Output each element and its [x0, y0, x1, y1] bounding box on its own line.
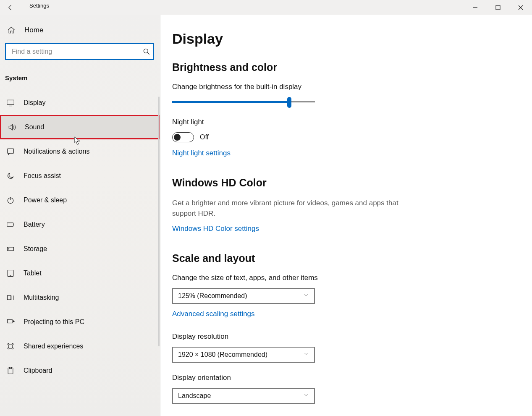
back-button[interactable]	[3, 2, 18, 13]
sidebar-item-focus-assist[interactable]: Focus assist	[0, 164, 160, 188]
close-button[interactable]	[509, 0, 532, 15]
sidebar-home[interactable]: Home	[0, 15, 160, 43]
sidebar-item-battery[interactable]: Battery	[0, 212, 160, 237]
page-title: Display	[172, 31, 532, 47]
notification-icon	[6, 147, 15, 156]
sidebar-item-projecting[interactable]: Projecting to this PC	[0, 310, 160, 334]
battery-icon	[6, 220, 15, 229]
hdcolor-desc: Get a brighter and more vibrant picture …	[172, 198, 407, 219]
night-light-state: Off	[200, 133, 209, 141]
svg-point-7	[8, 249, 9, 249]
brightness-slider-label: Change brightness for the built-in displ…	[172, 83, 532, 91]
sidebar-category: System	[0, 68, 160, 91]
slider-fill	[172, 101, 289, 103]
tablet-icon	[6, 269, 15, 278]
svg-point-12	[12, 343, 13, 345]
toggle-knob	[174, 134, 181, 141]
svg-rect-5	[7, 223, 13, 226]
sidebar-item-shared-experiences[interactable]: Shared experiences	[0, 334, 160, 358]
orientation-value: Landscape	[178, 392, 211, 400]
moon-icon	[6, 171, 15, 181]
sidebar-item-label: Clipboard	[24, 367, 52, 374]
sidebar-item-tablet[interactable]: Tablet	[0, 261, 160, 285]
night-light-toggle[interactable]	[172, 132, 194, 142]
brightness-slider[interactable]	[172, 97, 315, 106]
sidebar-item-label: Power & sleep	[24, 196, 67, 204]
sidebar-item-storage[interactable]: Storage	[0, 237, 160, 261]
section-brightness-heading: Brightness and color	[172, 61, 532, 73]
sidebar-item-power-sleep[interactable]: Power & sleep	[0, 188, 160, 212]
search-icon	[140, 47, 153, 56]
chevron-down-icon	[303, 292, 309, 300]
resolution-dropdown[interactable]: 1920 × 1080 (Recommended)	[172, 347, 315, 363]
resolution-label: Display resolution	[172, 332, 532, 341]
section-scale-heading: Scale and layout	[172, 252, 532, 264]
text-size-value: 125% (Recommended)	[178, 292, 247, 300]
clipboard-icon	[6, 366, 15, 375]
maximize-button[interactable]	[487, 0, 509, 15]
svg-point-11	[8, 343, 9, 345]
svg-rect-3	[8, 149, 14, 153]
sidebar-item-label: Sound	[25, 123, 44, 131]
orientation-dropdown[interactable]: Landscape	[172, 388, 315, 404]
sidebar-scrollbar[interactable]	[158, 97, 160, 346]
svg-point-13	[8, 348, 9, 349]
window-title: Settings	[29, 3, 49, 9]
section-hdcolor-heading: Windows HD Color	[172, 177, 532, 189]
sidebar-item-label: Battery	[24, 221, 45, 228]
main-pane: Display Brightness and color Change brig…	[160, 15, 532, 416]
sidebar-item-display[interactable]: Display	[0, 91, 160, 115]
sidebar-item-label: Projecting to this PC	[24, 318, 84, 326]
svg-point-14	[12, 348, 13, 349]
orientation-label: Display orientation	[172, 374, 532, 382]
sound-icon	[7, 123, 16, 132]
search-input[interactable]	[6, 48, 140, 55]
sidebar-item-notifications[interactable]: Notifications & actions	[0, 139, 160, 164]
night-light-settings-link[interactable]: Night light settings	[172, 149, 231, 157]
sidebar-item-sound[interactable]: Sound	[0, 115, 160, 139]
power-icon	[6, 196, 15, 205]
chevron-down-icon	[303, 392, 309, 400]
sidebar-item-label: Shared experiences	[24, 343, 83, 350]
slider-thumb[interactable]	[287, 97, 291, 108]
search-input-wrap[interactable]	[5, 43, 154, 60]
sidebar-home-label: Home	[24, 26, 43, 34]
sidebar-item-label: Display	[24, 99, 45, 107]
hdcolor-settings-link[interactable]: Windows HD Color settings	[172, 225, 259, 233]
advanced-scaling-link[interactable]: Advanced scaling settings	[172, 310, 255, 318]
sidebar-item-clipboard[interactable]: Clipboard	[0, 358, 160, 383]
svg-rect-9	[8, 296, 11, 300]
svg-rect-0	[496, 5, 500, 10]
shared-icon	[6, 342, 15, 351]
text-size-dropdown[interactable]: 125% (Recommended)	[172, 288, 315, 304]
display-icon	[6, 98, 15, 107]
svg-rect-10	[8, 319, 13, 323]
sidebar-item-multitasking[interactable]: Multitasking	[0, 285, 160, 310]
sidebar-item-label: Storage	[24, 245, 47, 253]
titlebar: Settings	[0, 0, 532, 15]
multitasking-icon	[6, 293, 15, 302]
svg-point-1	[144, 49, 148, 53]
minimize-button[interactable]	[464, 0, 487, 15]
projecting-icon	[6, 317, 15, 327]
sidebar-item-label: Multitasking	[24, 294, 59, 301]
home-icon	[7, 26, 16, 35]
sidebar-item-label: Focus assist	[24, 172, 61, 180]
chevron-down-icon	[303, 351, 309, 358]
night-light-label: Night light	[172, 118, 532, 126]
resolution-value: 1920 × 1080 (Recommended)	[178, 351, 267, 358]
sidebar-item-label: Tablet	[24, 269, 42, 277]
text-size-label: Change the size of text, apps, and other…	[172, 274, 532, 282]
storage-icon	[6, 244, 15, 254]
sidebar: Home System Display Sound Notifications …	[0, 15, 160, 416]
svg-rect-2	[7, 100, 14, 105]
sidebar-item-label: Notifications & actions	[24, 148, 89, 155]
